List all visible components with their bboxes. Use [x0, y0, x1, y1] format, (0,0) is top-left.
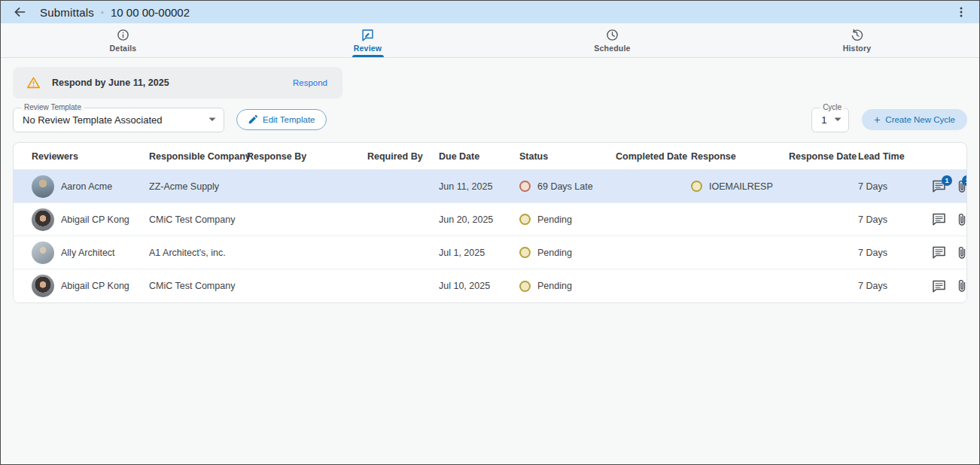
col-header-due-date: Due Date	[439, 151, 519, 162]
row-actions	[932, 279, 966, 293]
status-text: Pending	[537, 248, 572, 258]
col-header-reviewers: Reviewers	[32, 151, 149, 162]
kebab-menu-icon	[955, 6, 967, 18]
col-header-response-by: Response By	[247, 151, 367, 162]
lead-time-cell: 7 Days	[858, 281, 932, 291]
comments-button[interactable]: 1	[932, 180, 946, 193]
status-cell: Pending	[519, 214, 616, 225]
due-date-cell: Jun 20, 2025	[439, 214, 519, 225]
create-cycle-label: Create New Cycle	[885, 115, 955, 124]
rate-review-icon	[361, 29, 374, 41]
status-cell: Pending	[519, 247, 616, 258]
pencil-icon	[248, 115, 257, 124]
reviewer-cell: Ally Architect	[32, 242, 149, 264]
attachments-button[interactable]	[957, 213, 966, 226]
row-actions	[932, 213, 966, 226]
back-button[interactable]	[13, 5, 26, 19]
lead-time-cell: 7 Days	[858, 181, 932, 192]
reviewer-row[interactable]: Abigail CP Kong CMiC Test Company Jul 10…	[14, 269, 966, 302]
respond-warning-banner: Respond by June 11, 2025 Respond	[13, 67, 342, 99]
cycle-label: Cycle	[820, 103, 845, 111]
reviewer-row[interactable]: Abigail CP Kong CMiC Test Company Jun 20…	[14, 203, 966, 236]
reviewer-avatar	[32, 175, 54, 198]
reviewer-avatar	[32, 208, 54, 231]
record-id: 10 00 00-00002	[111, 6, 190, 19]
clock-icon	[606, 29, 619, 41]
comments-button[interactable]	[932, 213, 946, 226]
tab-schedule[interactable]: Schedule	[490, 23, 735, 57]
comment-count-badge: 1	[942, 175, 952, 186]
responsible-company-cell: A1 Architect's, inc.	[149, 248, 247, 258]
col-header-response-date: Response Date	[789, 151, 858, 162]
row-actions	[932, 246, 966, 260]
top-bar: Submittals ◦ 10 00 00-00002	[1, 1, 979, 23]
review-template-select[interactable]: Review Template No Review Template Assoc…	[13, 108, 224, 132]
edit-template-button[interactable]: Edit Template	[236, 109, 327, 130]
lead-time-cell: 7 Days	[858, 248, 932, 258]
attachments-button[interactable]	[957, 279, 966, 293]
status-cell: Pending	[519, 281, 616, 292]
lead-time-cell: 7 Days	[858, 214, 932, 225]
chevron-down-icon	[208, 117, 216, 122]
reviewer-name: Aaron Acme	[61, 181, 112, 192]
reviewer-name: Ally Architect	[61, 248, 115, 258]
due-date-cell: Jul 10, 2025	[439, 281, 519, 291]
reviewer-row[interactable]: Aaron Acme ZZ-Acme Supply Jun 11, 2025 6…	[14, 170, 966, 203]
reviewer-row[interactable]: Ally Architect A1 Architect's, inc. Jul …	[14, 236, 966, 269]
review-template-value: No Review Template Associated	[23, 114, 201, 126]
responsible-company-cell: CMiC Test Company	[149, 214, 247, 225]
comment-icon	[932, 280, 946, 293]
respond-link[interactable]: Respond	[293, 78, 327, 87]
response-cell: IOEMAILRESP	[691, 181, 789, 192]
review-toolbar: Review Template No Review Template Assoc…	[13, 106, 967, 133]
table-header-row: Reviewers Responsible Company Response B…	[14, 143, 966, 170]
warning-icon	[26, 76, 41, 90]
due-date-cell: Jul 1, 2025	[439, 248, 519, 258]
title-separator: ◦	[101, 8, 104, 17]
responsible-company-cell: ZZ-Acme Supply	[149, 181, 247, 192]
status-indicator-icon	[519, 181, 531, 192]
tab-label: Details	[110, 44, 137, 53]
paperclip-icon	[957, 279, 966, 293]
tab-label: Review	[354, 44, 382, 53]
tab-label: History	[843, 44, 872, 53]
status-indicator-icon	[519, 214, 531, 225]
active-tab-indicator	[352, 55, 384, 57]
reviewer-avatar	[32, 242, 54, 264]
reviewer-name: Abigail CP Kong	[61, 214, 129, 225]
more-options-button[interactable]	[954, 5, 969, 20]
status-text: Pending	[537, 214, 572, 225]
attachments-button[interactable]: 1	[957, 180, 966, 193]
tab-label: Schedule	[594, 44, 630, 53]
submittal-review-screen: { "header": { "title": "Submittals", "se…	[0, 0, 980, 465]
due-date-cell: Jun 11, 2025	[439, 181, 519, 192]
plus-icon: +	[874, 114, 880, 125]
paperclip-icon	[957, 246, 966, 260]
row-actions: 1 1	[932, 180, 966, 193]
comments-button[interactable]	[932, 246, 946, 259]
comment-icon	[932, 246, 946, 259]
reviewer-cell: Aaron Acme	[32, 175, 149, 198]
reviewer-avatar	[32, 275, 54, 297]
response-indicator-icon	[691, 181, 702, 192]
comments-button[interactable]	[932, 280, 946, 293]
tab-details[interactable]: Details	[1, 23, 245, 57]
attachments-button[interactable]	[957, 246, 966, 260]
tab-history[interactable]: History	[735, 23, 979, 57]
create-new-cycle-button[interactable]: + Create New Cycle	[862, 109, 967, 130]
review-template-label: Review Template	[21, 103, 84, 111]
tab-review[interactable]: Review	[245, 23, 490, 57]
banner-message: Respond by June 11, 2025	[52, 78, 169, 88]
back-arrow-icon	[13, 5, 26, 19]
cycle-select[interactable]: Cycle 1	[811, 108, 849, 132]
col-header-lead-time: Lead Time	[858, 151, 932, 162]
col-header-response: Response	[691, 151, 789, 162]
attachment-count-badge: 1	[962, 175, 967, 186]
edit-template-label: Edit Template	[263, 115, 315, 124]
chevron-down-icon	[834, 117, 842, 122]
response-text: IOEMAILRESP	[709, 181, 773, 192]
status-indicator-icon	[519, 281, 531, 292]
responsible-company-cell: CMiC Test Company	[149, 281, 247, 291]
cycle-value: 1	[821, 114, 826, 126]
reviewers-table: Reviewers Responsible Company Response B…	[13, 142, 967, 303]
